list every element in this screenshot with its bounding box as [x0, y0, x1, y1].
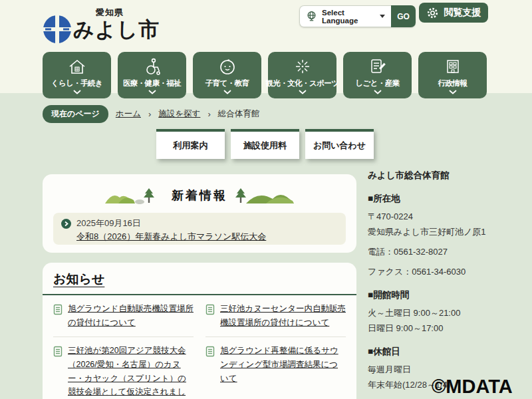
- nav-item-iryo[interactable]: 医療・健康・福祉: [118, 52, 186, 98]
- nav-item-label: くらし・手続き: [51, 78, 102, 88]
- news-date-row: 2025年09月16日: [61, 217, 338, 229]
- nav-item-label: しごと・産業: [355, 78, 399, 88]
- nav-item-kurashi[interactable]: くらし・手続き: [43, 52, 111, 98]
- nav-item-shigoto[interactable]: しごと・産業: [343, 52, 412, 98]
- facility-closed-weekly: 毎週月曜日: [368, 364, 498, 376]
- house-icon: [67, 57, 87, 76]
- breadcrumb-link-facilities[interactable]: 施設を探す: [158, 108, 200, 120]
- language-select-value: Select Language: [322, 9, 375, 25]
- page: 愛知県 みよし市 Select Language GO: [0, 0, 532, 399]
- city-name-label: みよし市: [73, 16, 160, 44]
- notice-link[interactable]: 旭グラウンド再整備に係るサウンディング型市場調査結果について: [220, 344, 346, 399]
- notices-list: 旭グラウンド自動販売機設置場所の貸付けについて 三好池カヌーセンター内自動販売機…: [43, 295, 356, 399]
- facility-name: みよし市総合体育館: [368, 170, 498, 182]
- notice-item: 三好池カヌーセンター内自動販売機設置場所の貸付けについて: [205, 295, 346, 337]
- chevron-down-icon: [148, 90, 156, 94]
- document-icon: [53, 346, 63, 399]
- language-widget: Select Language GO: [299, 5, 416, 27]
- breadcrumb-link-home[interactable]: ホーム: [116, 108, 141, 120]
- caret-down-icon: [380, 15, 385, 18]
- notice-link[interactable]: 三好池が第20回アジア競技大会（2026/愛知・名古屋）のカヌー・カヤック（スプ…: [68, 344, 194, 399]
- wheelchair-icon: [142, 57, 162, 76]
- baby-icon: [217, 57, 237, 76]
- breadcrumb-current: 総合体育館: [218, 108, 260, 120]
- nav-item-kosodate[interactable]: 子育て・教育: [193, 52, 261, 98]
- nav-item-kanko[interactable]: 観光・文化・スポーツ: [268, 52, 336, 98]
- document-icon: [205, 346, 215, 399]
- document-icon: [205, 304, 215, 329]
- city-logo[interactable]: 愛知県 みよし市: [43, 4, 162, 47]
- notice-link[interactable]: 旭グラウンド自動販売機設置場所の貸付けについて: [68, 302, 194, 329]
- nav-item-label: 行政情報: [438, 78, 467, 88]
- gear-icon: [426, 7, 439, 19]
- nav-item-label: 医療・健康・福祉: [123, 78, 181, 88]
- category-nav: くらし・手続き 医療・健康・福祉: [43, 52, 487, 98]
- support-button-label: 閲覧支援: [444, 7, 481, 19]
- globe-icon: [306, 11, 317, 22]
- notice-item: 旭グラウンド自動販売機設置場所の貸付けについて: [53, 295, 194, 337]
- breadcrumb-separator: ›: [148, 109, 151, 119]
- arrow-right-icon: [61, 219, 71, 229]
- tab-contact[interactable]: お問い合わせ: [305, 129, 374, 159]
- facility-hours-weekday: 火～土曜日 9:00～21:00: [368, 307, 498, 319]
- facility-hours-heading: ■開館時間: [368, 289, 498, 301]
- document-icon: [53, 304, 63, 329]
- document-pencil-icon: [368, 57, 388, 76]
- breadcrumb-separator: ›: [207, 109, 210, 119]
- facility-closed-heading: ■休館日: [368, 346, 498, 358]
- news-date: 2025年09月16日: [76, 217, 141, 229]
- news-card: 新着情報 2025年09月16日 令和8（2026）年新春みよし市マラソン駅伝大…: [43, 174, 356, 253]
- city-emblem-icon: [43, 15, 72, 47]
- chevron-down-icon: [223, 90, 231, 94]
- notice-item: 旭グラウンド再整備に係るサウンディング型市場調査結果について: [205, 337, 346, 399]
- current-page-badge: 現在のページ: [43, 105, 108, 123]
- facility-fax: ファクス：0561-34-6030: [368, 266, 498, 278]
- hills-left-decoration: [104, 186, 165, 204]
- hills-right-decoration: [234, 186, 295, 204]
- news-title: 新着情報: [172, 188, 227, 203]
- chevron-down-icon: [73, 90, 81, 94]
- watermark: ©MDATA: [432, 376, 513, 398]
- nav-item-label: 観光・文化・スポーツ: [266, 78, 339, 88]
- news-link[interactable]: 令和8（2026）年新春みよし市マラソン駅伝大会: [76, 231, 338, 243]
- accessibility-support-button[interactable]: 閲覧支援: [419, 3, 488, 23]
- notices-card: お知らせ 旭グラウンド自動販売機設置場所の貸付けについて 三好池カヌーセンター内…: [43, 263, 356, 399]
- chevron-down-icon: [374, 90, 382, 94]
- facility-phone: 電話：0561-32-8027: [368, 246, 498, 258]
- notice-item: 三好池が第20回アジア競技大会（2026/愛知・名古屋）のカヌー・カヤック（スプ…: [53, 337, 194, 399]
- facility-address: 愛知県みよし市三好町池ノ原1: [368, 226, 498, 238]
- language-select[interactable]: Select Language: [299, 5, 391, 27]
- tab-usage-guide[interactable]: 利用案内: [156, 129, 225, 159]
- facility-address-heading: ■所在地: [368, 193, 498, 205]
- notice-link[interactable]: 三好池カヌーセンター内自動販売機設置場所の貸付けについて: [220, 302, 346, 329]
- nav-item-gyosei[interactable]: 行政情報: [418, 52, 487, 98]
- fireworks-icon: [293, 57, 313, 76]
- tab-facility-fees[interactable]: 施設使用料: [231, 129, 299, 159]
- page-tabs: 利用案内 施設使用料 お問い合わせ: [156, 129, 374, 159]
- facility-sidebar: みよし市総合体育館 ■所在地 〒470-0224 愛知県みよし市三好町池ノ原1 …: [368, 170, 498, 399]
- news-item: 2025年09月16日 令和8（2026）年新春みよし市マラソン駅伝大会: [53, 213, 346, 245]
- news-header: 新着情報: [43, 174, 356, 204]
- facility-hours-sunday: 日曜日 9:00～17:00: [368, 323, 498, 334]
- language-go-button[interactable]: GO: [391, 5, 416, 27]
- facility-postal-code: 〒470-0224: [368, 211, 498, 223]
- breadcrumb: 現在のページ ホーム › 施設を探す › 総合体育館: [43, 105, 259, 123]
- notices-title: お知らせ: [53, 271, 104, 288]
- nav-item-label: 子育て・教育: [205, 78, 249, 88]
- building-icon: [443, 57, 463, 76]
- chevron-down-icon: [299, 90, 307, 94]
- chevron-down-icon: [449, 90, 457, 94]
